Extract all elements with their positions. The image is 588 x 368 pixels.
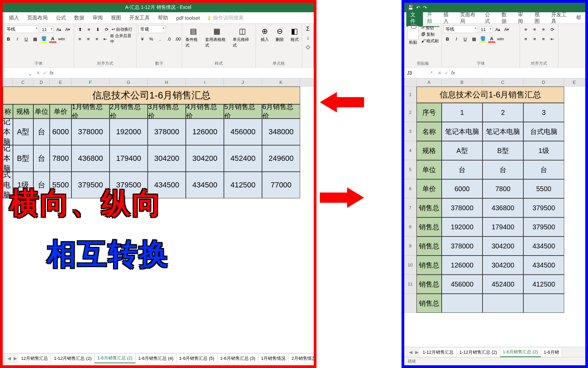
data-cell[interactable]: 2 <box>483 103 523 122</box>
bold-button[interactable]: B <box>5 35 12 43</box>
data-cell[interactable]: 412500 <box>523 275 564 294</box>
data-cell[interactable]: B型 <box>483 141 523 160</box>
fontcolor-r[interactable]: A <box>488 35 495 43</box>
sheet-tab[interactable]: 1-6月销售汇总 (2) <box>95 354 135 363</box>
data-cell[interactable]: 304200 <box>148 145 186 172</box>
phonetic-button[interactable]: wén <box>58 35 65 43</box>
al-r-r[interactable]: ≡ <box>540 35 547 43</box>
data-cell[interactable]: 436800 <box>71 145 110 172</box>
percent-icon[interactable]: % <box>147 35 155 43</box>
data-cell[interactable]: 77000 <box>262 172 300 198</box>
header-cell[interactable]: 5月销售总价 <box>224 104 262 119</box>
border-r[interactable]: ▦ <box>470 35 478 43</box>
row-header[interactable]: 8 <box>404 217 416 236</box>
data-cell[interactable]: 5500 <box>523 179 564 198</box>
phonetic-r[interactable]: wén <box>497 35 504 43</box>
autosum-icon[interactable]: Σ <box>304 25 312 33</box>
data-cell[interactable]: 456000 <box>224 119 262 145</box>
row-header[interactable] <box>404 294 416 313</box>
col-h-e[interactable]: E <box>50 78 71 86</box>
data-cell[interactable]: 304200 <box>186 145 224 172</box>
font-name-select[interactable]: 等线 <box>5 26 39 33</box>
col-h-j[interactable]: J <box>224 78 262 86</box>
row-header[interactable]: 6 <box>404 179 416 198</box>
col-h-d[interactable]: D <box>33 78 50 86</box>
data-cell[interactable]: 179400 <box>483 217 523 236</box>
sheet-tab[interactable]: 1-12月销售汇总 (2) <box>51 354 95 363</box>
row-label-cell[interactable]: 规格 <box>416 141 442 160</box>
data-cell[interactable]: A型 <box>442 141 483 160</box>
sheet-tab[interactable]: 2月销售情况 <box>289 354 314 363</box>
align-left-icon[interactable]: ≡ <box>76 35 83 43</box>
table-title-left[interactable]: 信息技术公司1-6月销售汇总 <box>3 87 300 104</box>
align-center-icon[interactable]: ≡ <box>85 35 92 43</box>
data-cell[interactable]: 434500 <box>523 236 564 256</box>
al-l-r[interactable]: ≡ <box>522 35 529 43</box>
data-cell[interactable]: 192000 <box>442 217 483 236</box>
table-format-button[interactable]: ▦套用表格格式 <box>204 25 230 49</box>
cut-button[interactable]: ✂ 剪切 <box>421 25 439 31</box>
col-h-i[interactable]: I <box>186 78 224 86</box>
data-cell[interactable]: 6000 <box>50 119 71 145</box>
data-cell[interactable]: 台 <box>33 145 50 172</box>
data-cell[interactable]: 304200 <box>483 236 523 256</box>
orient-r[interactable]: ⟳ <box>549 26 556 33</box>
align-m-r[interactable]: ≡ <box>531 26 538 33</box>
orient-icon[interactable]: ⟳ <box>103 26 110 33</box>
data-cell[interactable]: 249600 <box>262 145 300 172</box>
header-cell[interactable]: 单价 <box>50 104 71 119</box>
decrease-font-icon[interactable]: A▾ <box>64 26 71 33</box>
data-cell[interactable]: 7800 <box>50 145 71 172</box>
delete-cells-button[interactable]: ⊖删除 <box>273 25 287 43</box>
data-cell[interactable]: 412500 <box>224 172 262 198</box>
tab-formulas[interactable]: 公式 <box>52 13 70 23</box>
sheet-nav-next-r[interactable]: ▶ <box>414 350 420 355</box>
row-label-cell[interactable]: 销售总 <box>416 236 442 256</box>
border-button[interactable]: ▦ <box>31 35 39 43</box>
col-d-r[interactable]: D <box>523 78 564 86</box>
header-cell[interactable]: 3月销售总价 <box>148 104 186 119</box>
tab-devtools[interactable]: 开发工具 <box>125 13 154 23</box>
header-cell[interactable]: 单位 <box>33 104 50 119</box>
col-e-r[interactable]: E <box>564 78 585 86</box>
data-cell[interactable]: 434500 <box>523 256 564 275</box>
help-search[interactable]: 操作说明搜索 <box>207 15 244 21</box>
font-size-select-r[interactable]: 11 <box>479 26 493 33</box>
data-cell[interactable]: 378000 <box>71 119 110 145</box>
data-cell[interactable]: B型 <box>13 145 33 172</box>
row-label-cell[interactable]: 名称 <box>416 122 442 141</box>
cancel-fx-r[interactable]: ✕ <box>438 70 442 76</box>
sheet-tab[interactable]: 1月销售情况 <box>258 354 289 363</box>
wrap-button[interactable]: ↩ 自动换行 <box>112 27 132 32</box>
sheet-tab[interactable]: 12月销售汇总 <box>18 354 51 363</box>
sheet-tab[interactable]: 1-12月销售汇总 (2) <box>457 348 500 357</box>
merge-button[interactable]: ⊞ 合并后居中 <box>110 33 134 45</box>
data-cell[interactable]: 1 <box>442 103 483 122</box>
data-cell[interactable]: 6000 <box>442 179 483 198</box>
cond-format-button[interactable]: ▤条件格式 <box>184 25 202 49</box>
clear-icon[interactable]: ◇ <box>304 43 312 50</box>
inc-decimal-icon[interactable]: .0 <box>165 35 173 43</box>
fx-label[interactable]: fx <box>50 70 53 76</box>
font-color-button[interactable]: A <box>49 35 56 43</box>
al-c-r[interactable]: ≡ <box>531 35 538 43</box>
data-cell[interactable]: 304200 <box>483 256 523 275</box>
format-cells-button[interactable]: ◧格式 <box>288 25 301 43</box>
header-cell[interactable]: 规格 <box>13 104 33 119</box>
data-cell[interactable]: 126000 <box>442 256 483 275</box>
font-size-select[interactable]: 11 <box>40 26 54 33</box>
header-cell[interactable]: 4月销售总价 <box>186 104 224 119</box>
copy-button[interactable]: 🗐 复制 <box>421 32 439 37</box>
col-h-c[interactable]: C <box>13 78 33 86</box>
data-cell[interactable] <box>442 294 483 313</box>
tab-view[interactable]: 视图 <box>107 13 125 23</box>
row-header[interactable]: 11 <box>404 275 416 294</box>
align-top-icon[interactable]: ⬆ <box>76 26 84 33</box>
align-bot-icon[interactable]: ⬇ <box>94 26 101 33</box>
data-cell[interactable]: 378000 <box>148 119 186 145</box>
inc-font-icon-r[interactable]: A▴ <box>494 26 502 33</box>
col-h-k[interactable]: K <box>262 78 300 86</box>
data-cell[interactable]: A型 <box>13 119 33 145</box>
sheet-nav-prev-r[interactable]: ◀ <box>408 350 414 355</box>
data-cell[interactable]: 456000 <box>442 275 483 294</box>
